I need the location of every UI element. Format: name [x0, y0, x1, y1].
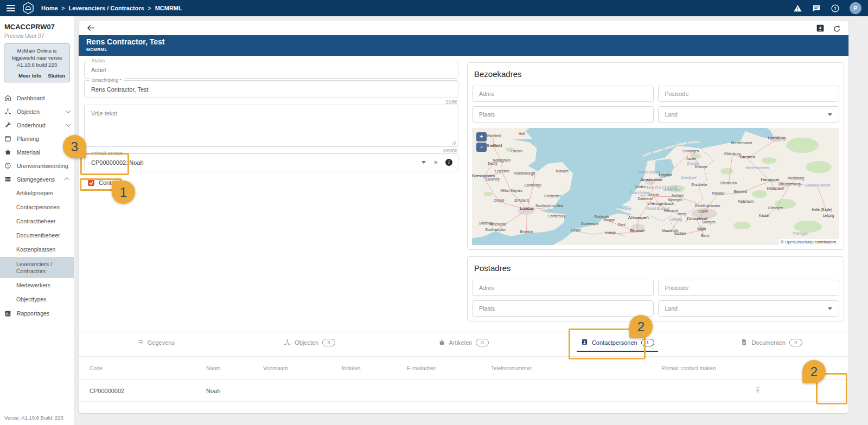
- svg-text:Bielefeld: Bielefeld: [733, 190, 747, 194]
- redo-icon[interactable]: [832, 24, 841, 33]
- svg-text:Canterbury: Canterbury: [548, 214, 566, 218]
- sidebar-item-artikelgroepen[interactable]: Artikelgroepen: [0, 186, 74, 200]
- svg-text:Köln: Köln: [697, 227, 706, 231]
- postadres-plaats-field[interactable]: Plaats: [472, 300, 654, 317]
- info-icon[interactable]: i: [445, 159, 452, 166]
- tab-objecten[interactable]: Objecten 0: [233, 332, 387, 352]
- svg-text:Sheffield: Sheffield: [485, 143, 502, 148]
- svg-text:Essen: Essen: [698, 209, 708, 213]
- sidebar-item-rapportages[interactable]: Rapportages: [0, 307, 74, 320]
- clear-icon[interactable]: ×: [433, 159, 438, 166]
- svg-text:Helmond: Helmond: [663, 209, 678, 212]
- sidebar-item-documentbeheer[interactable]: Documentbeheer: [0, 229, 74, 243]
- svg-text:Wakefield: Wakefield: [486, 134, 501, 138]
- record-code: MCMRML: [86, 47, 841, 52]
- bezoekadres-adres-field[interactable]: Adres: [472, 86, 654, 102]
- contact-table-row[interactable]: CP00000002 Noah: [79, 380, 848, 402]
- sidebar-item-objecten[interactable]: Objecten: [0, 105, 74, 118]
- annotation-step-2-fab: 2: [802, 360, 826, 383]
- account-name: MCACCPRW07: [4, 23, 69, 31]
- bezoekadres-land-field[interactable]: Land: [658, 106, 840, 123]
- sidebar-item-contractbeheer[interactable]: Contractbeheer: [0, 215, 74, 229]
- svg-text:Leiden: Leiden: [635, 185, 646, 189]
- contractor-checkbox[interactable]: [88, 179, 94, 186]
- postadres-postcode-field[interactable]: Postcode: [658, 280, 840, 296]
- svg-text:?: ?: [834, 6, 837, 11]
- svg-text:Bonn: Bonn: [701, 234, 710, 237]
- sidebar-item-dashboard[interactable]: Dashboard: [0, 91, 74, 105]
- dropdown-caret-icon[interactable]: [828, 113, 832, 116]
- cell-code: CP00000002: [90, 388, 206, 394]
- svg-text:Peterborough: Peterborough: [514, 171, 535, 176]
- map-zoom-in-button[interactable]: +: [476, 132, 487, 141]
- sidebar-item-stamgegevens[interactable]: Stamgegevens: [0, 172, 74, 186]
- sidebar-item-contactpersonen[interactable]: Contactpersonen: [0, 201, 74, 215]
- dropdown-caret-icon[interactable]: [422, 161, 426, 164]
- postadres-land-field[interactable]: Land: [658, 300, 840, 317]
- tab-artikelen[interactable]: Artikelen 0: [387, 332, 541, 352]
- alerts-icon[interactable]: [793, 4, 802, 13]
- cell-naam: Noah: [206, 388, 263, 394]
- hamburger-menu-icon[interactable]: [7, 5, 15, 11]
- map-zoom-out-button[interactable]: −: [476, 143, 487, 152]
- svg-text:Noord-Holland: Noord-Holland: [638, 170, 661, 174]
- breadcrumb-home[interactable]: Home: [41, 5, 58, 11]
- user-avatar[interactable]: P: [850, 2, 861, 14]
- svg-text:Hildesheim: Hildesheim: [767, 186, 784, 190]
- dropdown-caret-icon[interactable]: [828, 307, 832, 310]
- tab-contactpersonen[interactable]: Contactpersonen 1: [540, 332, 694, 352]
- bezoekadres-title: Bezoekadres: [474, 69, 839, 79]
- svg-text:Braunschweig: Braunschweig: [778, 182, 801, 186]
- notice-close-button[interactable]: Sluiten: [48, 73, 65, 79]
- sidebar-item-urenverantwoording[interactable]: Urenverantwoording: [0, 159, 74, 172]
- tab-documenten[interactable]: Documenten 0: [694, 332, 848, 352]
- sidebar-item-onderhoud[interactable]: Onderhoud: [0, 118, 74, 132]
- resize-handle[interactable]: [451, 140, 457, 145]
- svg-text:Colchester: Colchester: [544, 194, 561, 198]
- svg-text:Halle (Saale): Halle (Saale): [812, 208, 832, 212]
- bezoekadres-card: Bezoekadres Adres Postcode Plaats Land: [467, 62, 844, 250]
- svg-text:Lelystad: Lelystad: [659, 173, 672, 177]
- sidebar-item-medewerkers[interactable]: Medewerkers: [0, 278, 74, 292]
- breadcrumb-section[interactable]: Leveranciers / Contractors: [68, 5, 144, 11]
- svg-text:St Albans: St Albans: [514, 198, 529, 202]
- chevron-down-icon: [66, 122, 71, 127]
- back-arrow-icon[interactable]: [86, 23, 95, 33]
- svg-text:Assen: Assen: [686, 157, 696, 160]
- breadcrumb-current: MCMRML: [155, 5, 182, 11]
- status-label: Status: [90, 59, 107, 63]
- account-subtitle: Preview User 07: [4, 33, 69, 39]
- svg-text:Kassel: Kassel: [759, 214, 769, 217]
- sidebar-item-objecttypes[interactable]: Objecttypes: [0, 292, 74, 306]
- sidebar-item-leveranciers-contractors[interactable]: Leveranciers / Contractors: [0, 257, 74, 278]
- help-icon[interactable]: ?: [831, 4, 840, 13]
- svg-text:Amsterdam: Amsterdam: [640, 177, 662, 182]
- contacts-table-header: Code Naam Voornaam Initialen E-mailadres…: [79, 356, 848, 380]
- bezoekadres-plaats-field[interactable]: Plaats: [472, 106, 654, 123]
- update-notice-text: McMain Online is bijgewerkt naar versie …: [8, 48, 66, 68]
- postadres-adres-field[interactable]: Adres: [472, 280, 654, 296]
- feedback-chat-icon[interactable]: [812, 4, 821, 12]
- map-widget[interactable]: WakefieldHullSheffieldLincolnNottinghamD…: [472, 128, 839, 245]
- svg-text:Norwich: Norwich: [556, 169, 569, 173]
- tab-gegevens[interactable]: Gegevens: [79, 332, 233, 352]
- svg-text:Antwerpen: Antwerpen: [628, 215, 649, 220]
- status-field: Status Actief: [84, 61, 458, 79]
- openstreetmap-link[interactable]: OpenStreetMap: [785, 240, 814, 244]
- make-primary-contact-icon[interactable]: [754, 387, 762, 394]
- svg-text:Osnabrück: Osnabrück: [720, 181, 737, 185]
- primair-contact-field[interactable]: Primair contact CP00000002: Noah × i: [84, 153, 458, 171]
- sidebar-item-kostenplaatsen[interactable]: Kostenplaatsen: [0, 243, 74, 257]
- save-icon[interactable]: [816, 24, 825, 33]
- map-zoom-controls: + −: [476, 132, 487, 152]
- notice-more-info-button[interactable]: Meer Info: [18, 73, 41, 79]
- omschrijving-field[interactable]: Omschrijving * Rens Contractor, Test: [84, 80, 458, 98]
- vrije-tekst-field[interactable]: Vrije tekst: [84, 105, 458, 147]
- primair-contact-label: Primair contact: [90, 151, 125, 156]
- bezoekadres-postcode-field[interactable]: Postcode: [658, 86, 840, 102]
- omschrijving-counter: 21/80: [84, 98, 458, 105]
- vrije-tekst-counter: 0/8000: [84, 147, 458, 153]
- contractor-checkbox-row[interactable]: Contractor: [88, 179, 458, 186]
- svg-text:Bremen: Bremen: [740, 154, 755, 159]
- svg-text:Overijssel: Overijssel: [681, 176, 697, 180]
